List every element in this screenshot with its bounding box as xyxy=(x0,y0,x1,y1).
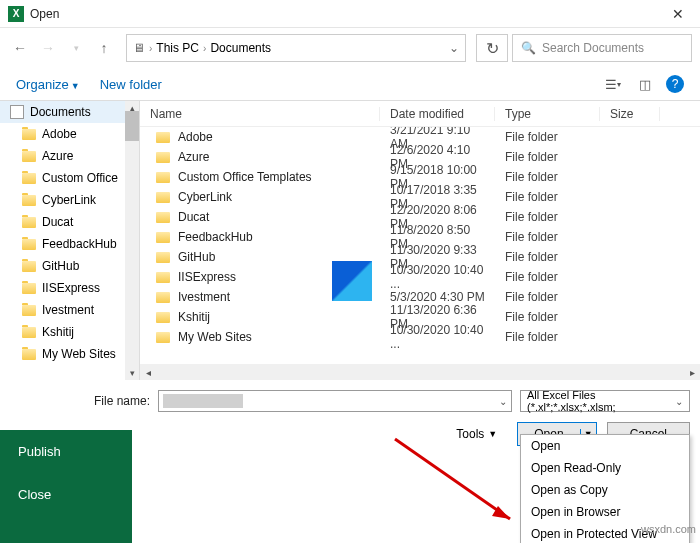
excel-icon: X xyxy=(8,6,24,22)
column-headers: Name Date modified Type Size xyxy=(140,101,700,127)
sidebar-root-documents[interactable]: Documents xyxy=(0,101,139,123)
recent-dropdown[interactable]: ▾ xyxy=(64,36,88,60)
sidebar-item[interactable]: GitHub xyxy=(0,255,139,277)
sidebar-item[interactable]: Ducat xyxy=(0,211,139,233)
sidebar-scrollbar[interactable]: ▴ ▾ xyxy=(125,101,139,380)
sidebar-item[interactable]: Ivestment xyxy=(0,299,139,321)
folder-icon xyxy=(156,332,170,343)
folder-icon xyxy=(22,239,36,250)
filename-row: File name: ⌄ All Excel Files (*.xl*;*.xl… xyxy=(0,380,700,414)
help-button[interactable]: ? xyxy=(666,75,684,93)
folder-icon xyxy=(22,261,36,272)
breadcrumb-current[interactable]: Documents xyxy=(210,41,271,55)
backstage-close[interactable]: Close xyxy=(0,473,132,516)
view-options-button[interactable]: ☰▾ xyxy=(602,73,624,95)
scroll-left-icon[interactable]: ◂ xyxy=(140,367,156,378)
filename-input[interactable]: ⌄ xyxy=(158,390,512,412)
scroll-down-icon[interactable]: ▾ xyxy=(125,366,139,380)
file-list: Name Date modified Type Size Adobe3/21/2… xyxy=(140,101,700,380)
sidebar: Documents Adobe Azure Custom Office Cybe… xyxy=(0,101,140,380)
col-type[interactable]: Type xyxy=(495,107,600,121)
refresh-button[interactable]: ↻ xyxy=(476,34,508,62)
horizontal-scrollbar[interactable]: ◂ ▸ xyxy=(140,364,700,380)
file-row[interactable]: My Web Sites10/30/2020 10:40 ...File fol… xyxy=(140,327,700,347)
sidebar-item[interactable]: Adobe xyxy=(0,123,139,145)
breadcrumb-root[interactable]: This PC xyxy=(156,41,199,55)
col-size[interactable]: Size xyxy=(600,107,660,121)
folder-icon xyxy=(22,349,36,360)
folder-icon xyxy=(22,173,36,184)
folder-icon xyxy=(156,172,170,183)
folder-icon xyxy=(156,152,170,163)
folder-icon xyxy=(156,292,170,303)
sidebar-item[interactable]: Custom Office xyxy=(0,167,139,189)
forward-button[interactable]: → xyxy=(36,36,60,60)
close-button[interactable]: ✕ xyxy=(664,6,692,22)
breadcrumb-dropdown[interactable]: ⌄ xyxy=(449,41,459,55)
scroll-right-icon[interactable]: ▸ xyxy=(684,367,700,378)
breadcrumb[interactable]: 🖥 › This PC › Documents ⌄ xyxy=(126,34,466,62)
menu-open[interactable]: Open xyxy=(521,435,689,457)
new-folder-button[interactable]: New folder xyxy=(100,77,162,92)
nav-bar: ← → ▾ ↑ 🖥 › This PC › Documents ⌄ ↻ 🔍 Se… xyxy=(0,28,700,68)
sidebar-item[interactable]: Kshitij xyxy=(0,321,139,343)
folder-icon xyxy=(22,305,36,316)
sidebar-item[interactable]: My Web Sites xyxy=(0,343,139,365)
folder-icon xyxy=(156,312,170,323)
chevron-right-icon: › xyxy=(203,43,206,54)
svg-marker-1 xyxy=(492,506,510,519)
window-title: Open xyxy=(30,7,664,21)
sidebar-item[interactable]: IISExpress xyxy=(0,277,139,299)
menu-open-readonly[interactable]: Open Read-Only xyxy=(521,457,689,479)
sidebar-item[interactable]: CyberLink xyxy=(0,189,139,211)
watermark: wsxdn.com xyxy=(641,523,696,535)
folder-icon xyxy=(22,151,36,162)
folder-icon xyxy=(156,192,170,203)
chevron-down-icon: ⌄ xyxy=(675,396,683,407)
menu-open-browser[interactable]: Open in Browser xyxy=(521,501,689,523)
folder-icon xyxy=(22,129,36,140)
search-placeholder: Search Documents xyxy=(542,41,644,55)
search-input[interactable]: 🔍 Search Documents xyxy=(512,34,692,62)
folder-icon xyxy=(156,132,170,143)
tools-dropdown[interactable]: Tools▼ xyxy=(456,427,497,441)
search-icon: 🔍 xyxy=(521,41,536,55)
col-date[interactable]: Date modified xyxy=(380,107,495,121)
file-type-filter[interactable]: All Excel Files (*.xl*;*.xlsx;*.xlsm; ⌄ xyxy=(520,390,690,412)
file-row[interactable]: IISExpress10/30/2020 10:40 ...File folde… xyxy=(140,267,700,287)
chevron-right-icon: › xyxy=(149,43,152,54)
documents-icon xyxy=(10,105,24,119)
filename-label: File name: xyxy=(90,394,150,408)
scroll-thumb[interactable] xyxy=(125,111,139,141)
chevron-down-icon[interactable]: ⌄ xyxy=(499,396,507,407)
folder-icon xyxy=(156,252,170,263)
folder-icon xyxy=(22,195,36,206)
backstage-sidebar: Publish Close xyxy=(0,430,132,543)
folder-icon xyxy=(22,327,36,338)
folder-icon xyxy=(156,212,170,223)
toolbar: Organize▼ New folder ☰▾ ◫ ? xyxy=(0,68,700,100)
backstage-publish[interactable]: Publish xyxy=(0,430,132,473)
pc-icon: 🖥 xyxy=(133,41,145,55)
sidebar-item[interactable]: Azure xyxy=(0,145,139,167)
col-name[interactable]: Name xyxy=(140,107,380,121)
sidebar-item[interactable]: FeedbackHub xyxy=(0,233,139,255)
up-button[interactable]: ↑ xyxy=(92,36,116,60)
organize-button[interactable]: Organize▼ xyxy=(16,77,80,92)
title-bar: X Open ✕ xyxy=(0,0,700,28)
folder-icon xyxy=(156,272,170,283)
main-area: Documents Adobe Azure Custom Office Cybe… xyxy=(0,100,700,380)
folder-icon xyxy=(22,217,36,228)
back-button[interactable]: ← xyxy=(8,36,32,60)
folder-icon xyxy=(22,283,36,294)
folder-icon xyxy=(156,232,170,243)
preview-pane-button[interactable]: ◫ xyxy=(634,73,656,95)
overlay-logo xyxy=(332,261,372,301)
menu-open-copy[interactable]: Open as Copy xyxy=(521,479,689,501)
